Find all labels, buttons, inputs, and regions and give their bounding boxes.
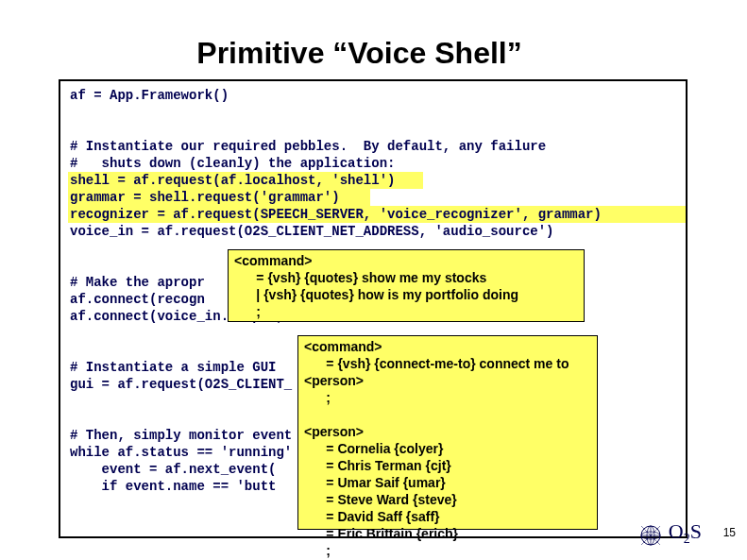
footer-logo-sub: 2	[684, 532, 690, 546]
globe-icon	[639, 524, 662, 547]
code-frame: af = App.Framework() # Instantiate our r…	[59, 79, 688, 538]
slide: Primitive “Voice Shell” af = App.Framewo…	[0, 0, 747, 560]
grammar-overlay-1: <command> = {vsh} {quotes} show me my st…	[228, 249, 585, 322]
grammar-overlay-2: <command> = {vsh} {connect-me-to} connec…	[297, 335, 598, 530]
footer-logo-O: O	[669, 519, 684, 543]
footer-logo-S: S	[690, 519, 702, 543]
slide-title: Primitive “Voice Shell”	[0, 36, 719, 71]
page-number: 15	[723, 526, 736, 539]
footer-logo: O2S	[669, 519, 702, 547]
